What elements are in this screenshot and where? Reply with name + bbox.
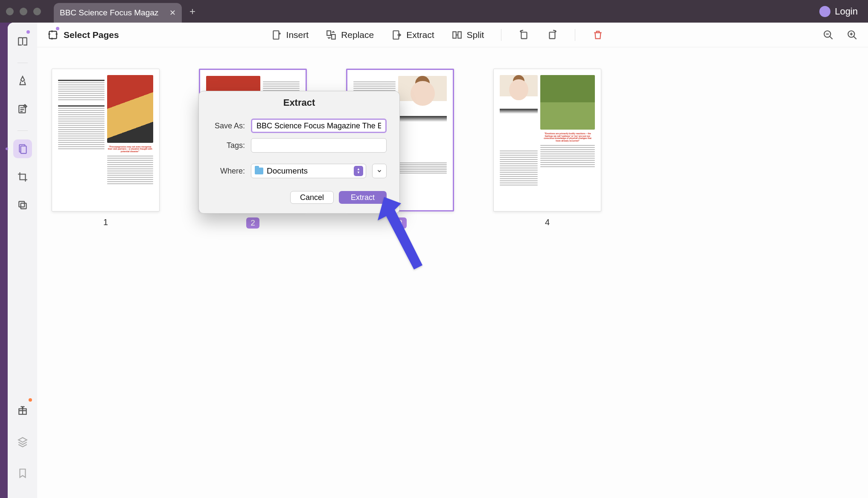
page-number-selected: 2 xyxy=(246,217,259,229)
sidebar-annotate[interactable] xyxy=(13,100,32,119)
thumbnails-grid: "Prosopagnosics may not even recognise t… xyxy=(37,47,868,498)
svg-rect-11 xyxy=(453,32,456,38)
edit-note-icon xyxy=(17,104,28,115)
zoom-controls xyxy=(823,29,858,41)
extract-confirm-button[interactable]: Extract xyxy=(339,191,387,204)
page-photo xyxy=(398,76,447,159)
toolbar-actions: Insert Replace Extract Split xyxy=(271,29,604,41)
insert-icon xyxy=(271,29,282,41)
extract-dialog: Extract Save As: Tags: Where: Documents … xyxy=(198,91,400,214)
rotate-right-icon xyxy=(547,29,558,41)
titlebar: BBC Science Focus Magaz ✕ + Login xyxy=(0,0,868,23)
svg-rect-12 xyxy=(458,32,461,38)
svg-rect-2 xyxy=(20,146,26,153)
dialog-title: Extract xyxy=(199,91,399,116)
select-icon xyxy=(47,29,58,41)
tab-title: BBC Science Focus Magaz xyxy=(60,8,164,17)
sidebar-highlight[interactable] xyxy=(13,72,32,90)
page-thumbnail-wrap: "Prosopagnosics may not even recognise t… xyxy=(52,69,160,227)
page-manage-icon xyxy=(17,143,28,154)
zoom-out-button[interactable] xyxy=(823,29,834,41)
svg-rect-6 xyxy=(49,31,56,38)
zoom-out-icon xyxy=(823,29,834,41)
main-window: Select Pages Insert Replace Extract Sp xyxy=(8,23,868,498)
login-button[interactable]: Login xyxy=(835,6,858,17)
notification-dot-icon xyxy=(56,27,59,30)
sidebar-thumbnails[interactable] xyxy=(13,32,32,51)
page-photo xyxy=(500,75,538,145)
page-quote: "Emotions are primarily bodily reactions… xyxy=(540,131,595,144)
select-pages-button[interactable]: Select Pages xyxy=(47,29,119,41)
rotate-left-button[interactable] xyxy=(518,29,530,41)
book-open-icon xyxy=(17,36,28,47)
extract-button[interactable]: Extract xyxy=(391,29,434,41)
where-label: Where: xyxy=(212,167,245,176)
sidebar-crop[interactable] xyxy=(13,168,32,186)
insert-button[interactable]: Insert xyxy=(271,29,309,41)
svg-rect-3 xyxy=(19,201,24,207)
page-thumbnail[interactable]: "Emotions are primarily bodily reactions… xyxy=(493,69,601,211)
rotate-left-icon xyxy=(518,29,530,41)
page-number-selected: 3 xyxy=(393,217,407,229)
delete-button[interactable] xyxy=(592,29,603,41)
rotate-right-button[interactable] xyxy=(547,29,558,41)
titlebar-right: Login xyxy=(819,6,862,17)
zoom-in-button[interactable] xyxy=(847,29,858,41)
where-select[interactable]: Documents ▲▼ xyxy=(251,164,366,178)
split-icon xyxy=(451,29,463,41)
user-avatar-icon[interactable] xyxy=(819,6,830,17)
chevron-down-icon xyxy=(376,168,382,174)
page-photo xyxy=(107,75,154,143)
folder-icon xyxy=(255,168,263,174)
notification-dot-icon xyxy=(29,398,32,402)
page-toolbar: Select Pages Insert Replace Extract Sp xyxy=(37,23,868,47)
replace-icon xyxy=(326,29,337,41)
insert-label: Insert xyxy=(286,30,309,40)
crop-icon xyxy=(17,171,28,182)
toolbar-divider xyxy=(575,29,575,41)
select-stepper-icon: ▲▼ xyxy=(354,166,363,176)
new-tab-button[interactable]: + xyxy=(189,6,195,17)
split-label: Split xyxy=(467,30,484,40)
toolbar-divider xyxy=(501,29,501,41)
stack-icon xyxy=(17,436,28,447)
gift-icon xyxy=(17,405,28,416)
close-window-button[interactable] xyxy=(6,8,14,15)
split-button[interactable]: Split xyxy=(451,29,484,41)
window-controls xyxy=(6,8,41,15)
bookmark-icon xyxy=(17,468,28,479)
replace-button[interactable]: Replace xyxy=(326,29,374,41)
svg-rect-13 xyxy=(521,32,527,38)
cancel-button[interactable]: Cancel xyxy=(290,191,334,204)
layers-icon xyxy=(17,200,28,211)
save-as-input[interactable] xyxy=(251,119,387,133)
tags-input[interactable] xyxy=(251,138,387,153)
highlighter-icon xyxy=(17,75,28,87)
tab-close-icon[interactable]: ✕ xyxy=(169,8,176,17)
where-value: Documents xyxy=(267,166,308,176)
page-thumbnail-wrap: "Emotions are primarily bodily reactions… xyxy=(493,69,601,227)
main-content: Select Pages Insert Replace Extract Sp xyxy=(37,23,868,498)
tags-label: Tags: xyxy=(212,141,245,150)
notification-dot-icon xyxy=(26,30,30,34)
save-as-label: Save As: xyxy=(212,122,245,130)
sidebar-gift[interactable] xyxy=(13,401,32,420)
replace-label: Replace xyxy=(341,30,374,40)
sidebar-pages[interactable] xyxy=(13,139,32,158)
expand-location-button[interactable] xyxy=(372,164,387,178)
page-thumbnail[interactable]: "Prosopagnosics may not even recognise t… xyxy=(52,69,160,211)
sidebar-bookmark[interactable] xyxy=(13,464,32,483)
sidebar-layers[interactable] xyxy=(13,432,32,451)
document-tab[interactable]: BBC Science Focus Magaz ✕ xyxy=(54,3,182,23)
extract-label: Extract xyxy=(406,30,434,40)
sidebar-watermark[interactable] xyxy=(13,196,32,214)
sidebar-separator xyxy=(17,130,28,131)
page-number: 1 xyxy=(103,217,108,227)
sidebar-separator xyxy=(17,63,28,63)
maximize-window-button[interactable] xyxy=(33,8,41,15)
minimize-window-button[interactable] xyxy=(20,8,27,15)
select-pages-label: Select Pages xyxy=(64,30,119,40)
svg-rect-7 xyxy=(273,31,279,39)
svg-rect-9 xyxy=(332,34,335,39)
svg-rect-14 xyxy=(550,32,555,38)
